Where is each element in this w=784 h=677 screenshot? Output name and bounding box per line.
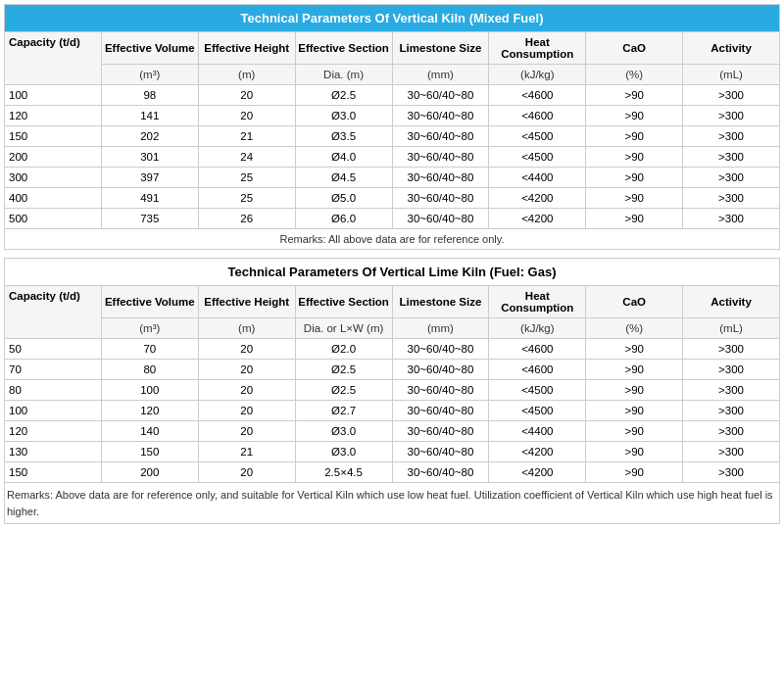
table1-cell: 20 bbox=[198, 85, 295, 106]
table1-row: 40049125Ø5.030~60/40~80<4200>90>300 bbox=[5, 188, 780, 209]
table2-cell: >300 bbox=[683, 360, 780, 380]
table1-cell: 300 bbox=[5, 168, 102, 188]
table2-cell: >90 bbox=[586, 339, 683, 360]
table2-cell: 20 bbox=[198, 339, 295, 360]
table1-cell: >300 bbox=[683, 168, 780, 188]
table1-cell: 400 bbox=[5, 188, 102, 209]
table1-cell: <4600 bbox=[489, 85, 586, 106]
table1-col-activity: Activity bbox=[683, 32, 780, 65]
table2-cell: Ø2.5 bbox=[295, 360, 392, 380]
table1-unit-limestone: (mm) bbox=[392, 65, 489, 85]
table1-unit-heat: (kJ/kg) bbox=[489, 65, 586, 85]
table2-unit-activity: (mL) bbox=[683, 318, 780, 339]
table2-cell: Ø2.7 bbox=[295, 401, 392, 421]
table2-cell: <4600 bbox=[489, 339, 586, 360]
table1-cell: >300 bbox=[683, 85, 780, 106]
table2-cell: >300 bbox=[683, 442, 780, 462]
table1-cell: 30~60/40~80 bbox=[392, 106, 489, 126]
table1-cell: 20 bbox=[198, 106, 295, 126]
table2-cell: >300 bbox=[683, 401, 780, 421]
table2-row: 12014020Ø3.030~60/40~80<4400>90>300 bbox=[5, 421, 780, 442]
table2-cell: 70 bbox=[101, 339, 198, 360]
table2-cell: Ø3.0 bbox=[295, 421, 392, 442]
table1-col-section: Effective Section bbox=[295, 32, 392, 65]
table1-cell: <4500 bbox=[489, 147, 586, 168]
table2-col-section: Effective Section bbox=[295, 286, 392, 318]
table1-cell: <4500 bbox=[489, 126, 586, 147]
table2-cell: <4200 bbox=[489, 442, 586, 462]
table1-cell: 141 bbox=[101, 106, 198, 126]
table2-col-capacity: Capacity (t/d) bbox=[5, 286, 102, 339]
table2-cell: >90 bbox=[586, 462, 683, 483]
table2-unit-heat: (kJ/kg) bbox=[489, 318, 586, 339]
table2-cell: 80 bbox=[5, 380, 102, 401]
table1-cell: 30~60/40~80 bbox=[392, 188, 489, 209]
table2-cell: 140 bbox=[101, 421, 198, 442]
table2-cell: 100 bbox=[5, 401, 102, 421]
table2-unit-limestone: (mm) bbox=[392, 318, 489, 339]
table2-cell: 150 bbox=[5, 462, 102, 483]
table2-cell: 100 bbox=[101, 380, 198, 401]
table2-row: 507020Ø2.030~60/40~80<4600>90>300 bbox=[5, 339, 780, 360]
table2-col-limestone: Limestone Size bbox=[392, 286, 489, 318]
table1-cell: <4200 bbox=[489, 188, 586, 209]
table1-row: 12014120Ø3.030~60/40~80<4600>90>300 bbox=[5, 106, 780, 126]
table1-cell: 26 bbox=[198, 209, 295, 229]
table2-unit-cao: (%) bbox=[586, 318, 683, 339]
table1-unit-vol: (m³) bbox=[101, 65, 198, 85]
table1-cell: 30~60/40~80 bbox=[392, 168, 489, 188]
table1-cell: <4600 bbox=[489, 106, 586, 126]
table1-cell: Ø5.0 bbox=[295, 188, 392, 209]
table2-unit-vol: (m³) bbox=[101, 318, 198, 339]
table1-cell: 100 bbox=[5, 85, 102, 106]
table2-cell: 20 bbox=[198, 401, 295, 421]
table1: Technical Parameters Of Vertical Kiln (M… bbox=[4, 4, 780, 250]
table1-unit-section: Dia. (m) bbox=[295, 65, 392, 85]
table1-col-capacity: Capacity (t/d) bbox=[5, 32, 102, 85]
table2-row: 10012020Ø2.730~60/40~80<4500>90>300 bbox=[5, 401, 780, 421]
table2-col-height: Effective Height bbox=[198, 286, 295, 318]
table1-col-limestone: Limestone Size bbox=[392, 32, 489, 65]
table1-cell: >90 bbox=[586, 106, 683, 126]
table1-cell: Ø2.5 bbox=[295, 85, 392, 106]
table1-cell: >90 bbox=[586, 85, 683, 106]
table2-cell: Ø3.0 bbox=[295, 442, 392, 462]
table2-cell: 30~60/40~80 bbox=[392, 442, 489, 462]
table1-cell: Ø6.0 bbox=[295, 209, 392, 229]
table2-row: 150200202.5×4.530~60/40~80<4200>90>300 bbox=[5, 462, 780, 483]
table2-col-vol: Effective Volume bbox=[101, 286, 198, 318]
table2-cell: 30~60/40~80 bbox=[392, 421, 489, 442]
table1-row: 15020221Ø3.530~60/40~80<4500>90>300 bbox=[5, 126, 780, 147]
table1-col-cao: CaO bbox=[586, 32, 683, 65]
table2-cell: 30~60/40~80 bbox=[392, 462, 489, 483]
table1-cell: 24 bbox=[198, 147, 295, 168]
table1-cell: 500 bbox=[5, 209, 102, 229]
table2-cell: 30~60/40~80 bbox=[392, 401, 489, 421]
table2-cell: >300 bbox=[683, 462, 780, 483]
table2-cell: 20 bbox=[198, 421, 295, 442]
table2-row: 708020Ø2.530~60/40~80<4600>90>300 bbox=[5, 360, 780, 380]
table1-row: 20030124Ø4.030~60/40~80<4500>90>300 bbox=[5, 147, 780, 168]
table1-cell: >300 bbox=[683, 209, 780, 229]
table2-cell: >90 bbox=[586, 421, 683, 442]
table1-cell: 30~60/40~80 bbox=[392, 209, 489, 229]
table2-title: Technical Parameters Of Vertical Lime Ki… bbox=[5, 259, 780, 286]
table2-col-activity: Activity bbox=[683, 286, 780, 318]
table1-cell: 735 bbox=[101, 209, 198, 229]
table1-unit-height: (m) bbox=[198, 65, 295, 85]
table2-cell: <4400 bbox=[489, 421, 586, 442]
table2-footer: Remarks: Above data are for reference on… bbox=[5, 483, 780, 524]
table1-cell: >90 bbox=[586, 147, 683, 168]
table2-unit-height: (m) bbox=[198, 318, 295, 339]
table1-row: 30039725Ø4.530~60/40~80<4400>90>300 bbox=[5, 168, 780, 188]
table1-cell: 30~60/40~80 bbox=[392, 126, 489, 147]
table1-cell: Ø4.5 bbox=[295, 168, 392, 188]
table2-unit-section: Dia. or L×W (m) bbox=[295, 318, 392, 339]
table2-cell: 50 bbox=[5, 339, 102, 360]
table1-cell: >90 bbox=[586, 209, 683, 229]
table1-remarks: Remarks: All above data are for referenc… bbox=[5, 229, 780, 250]
table2-body: 507020Ø2.030~60/40~80<4600>90>300708020Ø… bbox=[5, 339, 780, 483]
table1-cell: 25 bbox=[198, 168, 295, 188]
page-wrapper: Technical Parameters Of Vertical Kiln (M… bbox=[0, 0, 784, 528]
table2-cell: <4500 bbox=[489, 380, 586, 401]
